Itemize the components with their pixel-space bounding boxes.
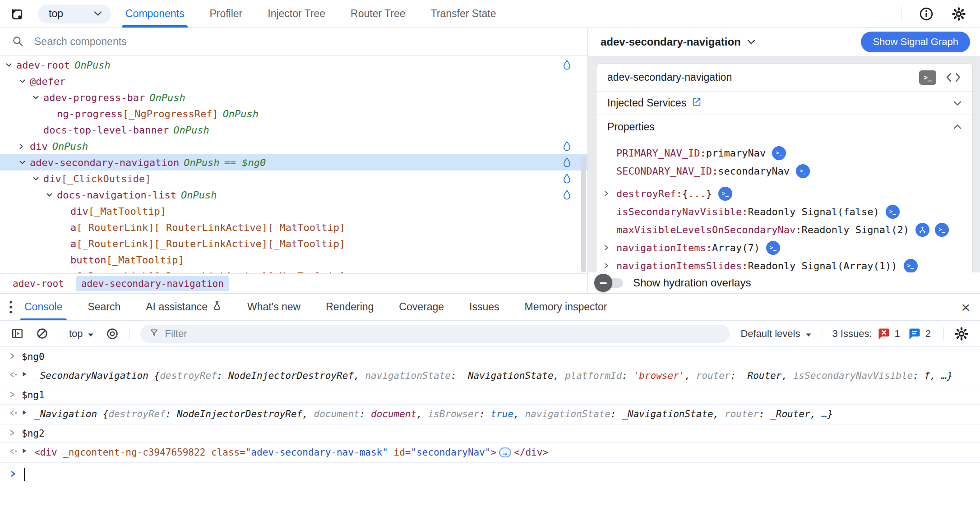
caret-down-icon[interactable] [19,160,30,165]
drawer-tab-search[interactable]: Search [86,294,122,320]
breadcrumb-item[interactable]: adev-root [7,276,69,291]
tree-scrollbar-thumb[interactable] [581,156,586,272]
filter-input[interactable] [165,328,721,340]
log-to-console-icon[interactable]: >_ [904,259,918,273]
property-row[interactable]: navigationItemsSlides: Readonly Signal(A… [604,257,962,272]
log-to-console-icon[interactable]: >_ [718,187,732,201]
tab-components[interactable]: Components [124,0,186,28]
tab-router-tree[interactable]: Router Tree [349,0,407,28]
drawer-tab-memory-inspector[interactable]: Memory inspector [523,294,609,320]
log-to-console-icon[interactable]: >_ [886,205,900,219]
divider [59,327,59,341]
breadcrumb-item[interactable]: adev-secondary-navigation [76,276,229,291]
expand-triangle-icon[interactable] [22,366,34,378]
view-source-icon[interactable] [945,72,962,83]
component-name: div [70,206,88,217]
open-in-console-icon[interactable]: >_ [919,70,936,85]
property-row[interactable]: isSecondaryNavVisible: Readonly Signal(f… [604,203,962,221]
caret-down-icon[interactable] [32,95,43,100]
close-drawer-icon[interactable]: × [961,300,970,315]
caret-right-icon[interactable] [604,190,616,197]
error-issue-count: 1 [895,328,900,340]
tree-row[interactable]: a[_RouterLink][_RouterLinkActive][_MatTo… [0,268,587,273]
divider [943,327,944,341]
drawer-tab-coverage[interactable]: Coverage [397,294,446,320]
properties-list: PRIMARY_NAV_ID: primaryNav>_SECONDARY_NA… [596,138,972,272]
property-row[interactable]: destroyRef: {...}>_ [604,184,962,203]
log-to-console-icon[interactable]: >_ [796,164,810,178]
search-input[interactable] [34,36,576,48]
search-icon [12,35,23,49]
hydration-overlays-toggle[interactable] [594,273,624,293]
component-name: docs-top-level-banner [43,124,169,136]
expand-triangle-icon[interactable] [22,443,34,454]
tree-row[interactable]: adev-progress-barOnPush [0,89,587,106]
component-name: adev-progress-bar [43,92,145,103]
console-context-selector[interactable]: top [69,328,94,340]
tree-row[interactable]: adev-rootOnPush [0,57,587,73]
settings-gear-icon[interactable] [951,6,966,22]
expand-triangle-icon[interactable] [22,405,34,416]
inspector-body: adev-secondary-navigation >_ Injected Se… [588,56,980,272]
property-row[interactable]: maxVisibleLevelsOnSecondaryNav: Readonly… [604,221,962,239]
drawer-tab-console[interactable]: Console [23,294,64,320]
property-row[interactable]: SECONDARY_NAV_ID: secondaryNav>_ [604,162,962,180]
caret-down-icon[interactable] [5,63,16,68]
caret-right-icon[interactable] [19,143,30,150]
tree-row[interactable]: @defer [0,73,587,89]
drawer-tab-ai-assistance[interactable]: AI assistance [144,294,224,320]
caret-right-icon[interactable] [604,262,616,269]
section-properties[interactable]: Properties [596,115,972,138]
drawer-tab-issues[interactable]: Issues [467,294,501,320]
tree-row[interactable]: button[_MatTooltip] [0,252,587,268]
section-injected-services[interactable]: Injected Services [596,92,972,115]
console-settings-gear-icon[interactable] [954,326,969,341]
drawer-tab-what-s-new[interactable]: What's new [245,294,302,320]
tree-row[interactable]: div[_MatTooltip] [0,203,587,219]
caret-down-icon[interactable] [19,79,30,84]
drawer-tab-rendering[interactable]: Rendering [324,294,375,320]
property-row[interactable]: PRIMARY_NAV_ID: primaryNav>_ [604,144,962,162]
log-to-console-icon[interactable]: >_ [772,146,786,160]
tree-row[interactable]: docs-top-level-bannerOnPush [0,122,587,138]
prompt-chevron-icon [10,469,17,480]
caret-right-icon[interactable] [604,244,616,251]
tab-profiler[interactable]: Profiler [208,0,244,28]
chevron-down-icon[interactable] [747,39,755,45]
signal-graph-icon[interactable] [915,223,929,237]
devtools-topbar: top ComponentsProfilerInjector TreeRoute… [0,0,980,28]
hydration-droplet-icon [563,157,571,168]
log-to-console-icon[interactable]: >_ [766,241,780,255]
log-to-console-icon[interactable]: >_ [935,223,949,237]
property-name: navigationItems [616,242,706,254]
caret-down-icon[interactable] [46,193,57,198]
frame-selector-dropdown[interactable]: top [38,5,111,23]
tree-row[interactable]: div[_ClickOutside] [0,171,587,187]
tab-transfer-state[interactable]: Transfer State [429,0,498,28]
property-row[interactable]: navigationItems: Array(7)>_ [604,239,962,257]
tree-row[interactable]: ng-progress[_NgProgressRef]OnPush [0,106,587,122]
caret-down-icon[interactable] [32,176,43,181]
tree-row[interactable]: a[_RouterLink][_RouterLinkActive][_MatTo… [0,219,587,235]
external-link-icon[interactable] [692,97,702,110]
tab-injector-tree[interactable]: Injector Tree [266,0,327,28]
tree-row[interactable]: docs-navigation-listOnPush [0,187,587,203]
chevron-down-icon [953,101,962,106]
console-sidebar-icon[interactable] [11,327,24,340]
info-icon[interactable] [919,6,934,22]
console-prompt[interactable] [0,463,980,481]
return-value-icon [0,366,22,378]
component-search-bar [0,28,587,56]
show-signal-graph-button[interactable]: Show Signal Graph [861,32,970,52]
issues-counter[interactable]: 3 Issues: 1 2 [832,327,934,340]
live-expression-eye-icon[interactable] [106,327,119,341]
tree-row[interactable]: divOnPush [0,138,587,154]
tree-row[interactable]: a[_RouterLink][_RouterLinkActive][_MatTo… [0,235,587,252]
log-levels-dropdown[interactable]: Default levels [740,328,812,340]
tree-row[interactable]: adev-secondary-navigationOnPush== $ng0 [0,154,587,171]
collapsed-children-badge[interactable]: … [499,447,511,457]
clear-console-icon[interactable] [36,327,49,340]
more-tools-kebab-icon[interactable] [9,300,13,315]
property-value: Readonly Signal(2) [802,224,909,235]
inspect-element-icon[interactable] [10,7,23,21]
